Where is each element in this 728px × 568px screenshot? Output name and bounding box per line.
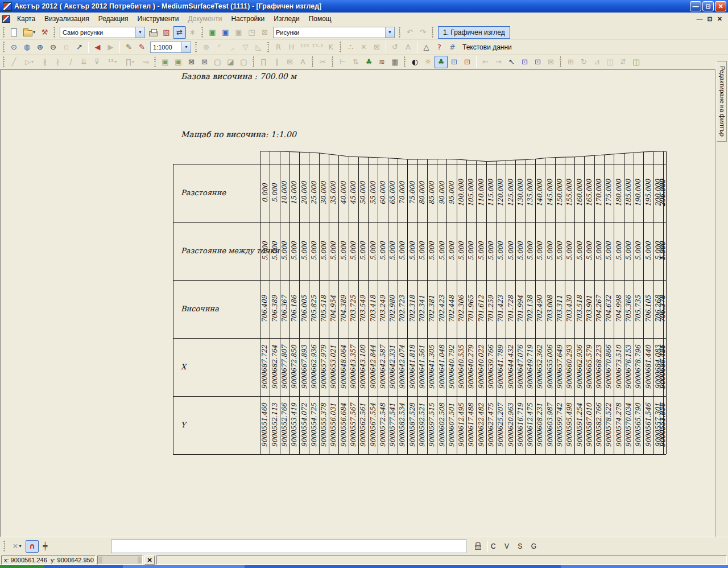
zoom-in-icon[interactable]: ⊕	[34, 41, 47, 53]
view-back-icon[interactable]: ◀	[91, 41, 104, 53]
table-value: 9000662.936	[576, 344, 584, 389]
command-input[interactable]	[111, 540, 466, 553]
text-data-grid-icon: #	[449, 43, 456, 51]
copy-pages-icon[interactable]: ◫	[630, 56, 643, 68]
menu-item-pomosht[interactable]: Помощ	[304, 13, 336, 24]
menu-item-redakcia[interactable]: Редакция	[94, 13, 133, 24]
title-bar: Акстър 2012 ( Акстър 2012 Потребител ) -…	[0, 0, 728, 13]
new-layer-icon[interactable]: ▣	[206, 26, 219, 39]
divider-compass-icon[interactable]: △	[420, 41, 433, 53]
command-bar: ✕▾∩╪ C V S G	[0, 537, 728, 555]
hatch-region-icon[interactable]: ▨	[160, 26, 173, 39]
table-value: 5.000	[556, 241, 564, 261]
stamp-green-2-icon[interactable]: ▣	[172, 56, 185, 68]
table-value: 9000556.684	[340, 403, 348, 447]
text-data-grid-icon[interactable]: #	[446, 41, 459, 53]
pick-tool-icon[interactable]: ✕▾	[8, 540, 26, 553]
compare-toggle-icon[interactable]: ⇄	[173, 26, 186, 39]
toolbar-grip	[3, 56, 5, 68]
close-button[interactable]: ✕	[715, 1, 726, 11]
new-document-icon[interactable]	[7, 26, 20, 39]
table-value: 706.186	[290, 295, 298, 323]
menu-item-izgledi[interactable]: Изгледи	[269, 13, 304, 24]
lock-button[interactable]	[471, 540, 485, 553]
table-value: 701.728	[507, 295, 515, 323]
table-value: 702.341	[418, 295, 426, 323]
stamp-pale-2-icon[interactable]: ◪	[224, 56, 237, 68]
mdi-restore-button[interactable]: ⊡	[708, 15, 713, 23]
stamp-pale-3-icon[interactable]: ▢	[237, 56, 250, 68]
menu-item-karta[interactable]: Карта	[13, 13, 40, 24]
menu-item-vizualizacia[interactable]: Визуализация	[40, 13, 94, 24]
stamp-dark-2-icon[interactable]: ⊠	[198, 56, 211, 68]
table-value: 702.423	[438, 295, 446, 323]
segment-icon: ∕	[69, 58, 72, 65]
label-r-icon: R	[276, 43, 281, 51]
map-tools-icon[interactable]: ⚒	[38, 26, 51, 39]
mdi-minimize-button[interactable]: —	[697, 15, 703, 23]
table-value: 5.000	[428, 241, 436, 261]
layers-combo[interactable]: Рисунки▼	[273, 27, 395, 38]
snap-node-icon: ╪	[43, 542, 48, 550]
table-value: 5.000	[388, 241, 396, 261]
cursor-pick-icon: ↖	[508, 58, 515, 65]
edit-layer-icon[interactable]: ▣	[219, 26, 232, 39]
combo-arrow-icon[interactable]: ▼	[181, 42, 191, 52]
minimize-button[interactable]: —	[690, 1, 701, 11]
open-map-icon[interactable]: ▾	[20, 26, 38, 39]
stamp-dark-icon[interactable]: ⊠	[185, 56, 198, 68]
table-value: 702.138	[526, 295, 534, 323]
delete-icon: ✕	[361, 43, 367, 51]
draw-filter-combo[interactable]: Само рисунки▼	[60, 27, 145, 38]
stamp-pale-icon[interactable]: ▢	[211, 56, 224, 68]
points-pair-icon[interactable]: ∴	[344, 41, 357, 53]
table-value: 9000562.561	[359, 403, 367, 447]
table-value: 704.267	[595, 295, 603, 323]
snap-node-icon[interactable]: ╪	[39, 540, 52, 553]
table-value: 35.000	[329, 180, 337, 204]
region-del-icon[interactable]: ⊡	[461, 56, 474, 68]
brightness-icon[interactable]: ☼	[421, 56, 435, 68]
combo-arrow-icon[interactable]: ▼	[135, 27, 144, 38]
zoom-world-icon[interactable]: ◍	[20, 41, 34, 53]
region-add-icon[interactable]: ⊡	[448, 56, 461, 68]
overlay-purple-icon[interactable]: ⊡	[531, 56, 544, 68]
table-value: 9000662.936	[310, 344, 318, 389]
histogram-icon[interactable]: ▥	[388, 56, 402, 68]
zoom-dynamic-icon[interactable]: ↗	[73, 41, 86, 53]
cancel-button[interactable]: ✕	[144, 555, 155, 565]
help-globe-icon[interactable]: ?	[433, 41, 446, 53]
table-value: 105.000	[467, 179, 475, 207]
scale-combo[interactable]: 1:1000▼	[150, 42, 191, 53]
contrast-icon[interactable]: ◐	[408, 56, 421, 68]
redraw-all-icon[interactable]: ✎	[135, 41, 148, 53]
menu-item-instrumenti[interactable]: Инструменти	[133, 13, 184, 24]
combo-arrow-icon[interactable]: ▼	[385, 27, 394, 38]
table-value: 9000677.807	[280, 344, 288, 389]
overlay-blue-icon[interactable]: ⊡	[518, 56, 531, 68]
stamp-green-2-icon: ▣	[175, 58, 181, 65]
stamp-green-icon[interactable]: ▣	[159, 56, 172, 68]
zoom-select-icon[interactable]: ⊙	[7, 41, 20, 53]
snap-magnet-icon[interactable]: ∩	[26, 540, 39, 553]
menu-item-nastroyki[interactable]: Настройки	[226, 13, 269, 24]
redraw-icon[interactable]: ✎	[122, 41, 135, 53]
filter-edit-tab[interactable]: Редактиране на филтър	[717, 61, 727, 142]
drawing-canvas[interactable]: Базова височина : 700.00 мМащаб по височ…	[0, 69, 715, 537]
zoom-out-icon[interactable]: ⊖	[47, 41, 60, 53]
open-map-icon	[23, 30, 32, 36]
strokes-icon[interactable]: ≋	[375, 56, 388, 68]
table-value: 9000657.649	[556, 344, 564, 389]
zoom-out-icon: ⊖	[50, 43, 56, 51]
vegetation-icon[interactable]: ♣	[362, 56, 375, 68]
surface-tree-icon[interactable]: ♣	[435, 56, 448, 68]
table-value: 9000641.048	[438, 344, 446, 389]
mdi-close-button[interactable]: ✕	[717, 15, 722, 23]
table-value: 130.000	[516, 179, 524, 207]
zoom-select-icon: ⊙	[11, 43, 17, 51]
graph-view-button[interactable]: 1. Графичен изглед	[438, 26, 510, 39]
cursor-pick-icon[interactable]: ↖	[505, 56, 518, 68]
vegetation-icon: ♣	[366, 58, 373, 65]
print-icon[interactable]	[147, 26, 160, 39]
restore-button[interactable]: ⊡	[702, 1, 714, 11]
